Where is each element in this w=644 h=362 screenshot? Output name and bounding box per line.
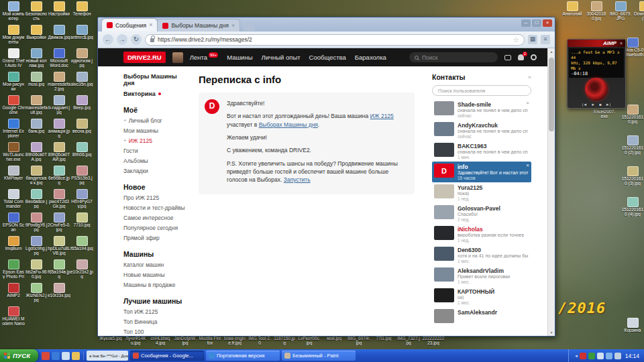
tray-chevron-icon[interactable]: ◂ xyxy=(575,353,578,359)
contact-item[interactable]: DinfoЗдравствуйте! Вот и настал этот15 ч… xyxy=(432,162,531,182)
desktop-icon[interactable]: весна.jpg xyxy=(70,119,93,141)
desktop-icon[interactable]: Корзина xyxy=(621,318,644,341)
ie-quicklaunch-icon[interactable] xyxy=(52,352,60,360)
promote-link[interactable]: Запустить xyxy=(284,176,311,183)
desktop-icon[interactable]: Grand Theft Auto IV xyxy=(2,48,25,71)
nav-item[interactable]: Сообщества xyxy=(309,54,346,61)
desktop-icon[interactable]: aivc35n.jpg xyxy=(70,72,93,95)
desktop-icon[interactable]: Вео6в8се.jpg xyxy=(25,189,48,212)
desktop-icon[interactable]: 1512201610 (3).jpg xyxy=(621,166,644,189)
sidebar-link[interactable]: Популярное сегодня xyxy=(123,225,186,231)
desktop-icon[interactable]: antmrc$.jpg xyxy=(70,25,93,48)
sidebar-link[interactable]: Альбомы xyxy=(123,158,186,164)
network-icon[interactable] xyxy=(606,353,612,359)
messages-bubble-icon[interactable] xyxy=(504,55,511,60)
desktop-icon[interactable]: 89h06cв0ТА.jpg xyxy=(25,142,48,165)
desktop-icon[interactable]: e10r23x2.jpg xyxy=(70,259,93,282)
sidebar-link[interactable]: Топ ИЖ 2125 xyxy=(123,308,186,315)
aimp-deskband[interactable]: a feat Бе-***Gul - Дом xyxy=(87,351,128,361)
volume-icon[interactable] xyxy=(597,353,604,359)
tab-messages[interactable]: Сообщения × xyxy=(102,19,157,32)
sidebar-link[interactable]: Топ Винница xyxy=(123,318,186,325)
desktop-icon[interactable]: maxresdefault.jpg xyxy=(25,95,48,118)
desktop-icon[interactable]: bb2aFu-960.jpg xyxy=(25,259,48,282)
folder-quicklaunch-icon[interactable] xyxy=(72,352,80,360)
page-scrollbar[interactable]: ▲ ▼ xyxy=(547,48,555,336)
desktop-icon[interactable]: KMPlayer xyxy=(2,166,25,188)
contact-item[interactable]: КАРТОННЫЙок)1 мес. xyxy=(432,286,531,307)
taskbar-task[interactable]: Портативная версия xyxy=(206,351,280,361)
sidebar-link[interactable]: Машины в продаже xyxy=(123,282,186,288)
contact-item[interactable]: AndyKravchukсначала не понял в чем дело … xyxy=(432,120,531,141)
sidebar-link[interactable]: +Личный блог xyxy=(123,117,186,124)
desktop-icon[interactable]: 300420180.jpg xyxy=(585,1,608,24)
scroll-track[interactable] xyxy=(548,55,555,329)
usb-icon[interactable] xyxy=(614,353,621,359)
desktop-icon[interactable]: Веер.jpg xyxy=(70,95,93,118)
desktop-icon[interactable]: идиотизм.jpg xyxy=(70,48,93,71)
aimp-close-icon[interactable]: × xyxy=(620,41,623,46)
aimp-control-button[interactable]: ■ xyxy=(599,103,602,107)
taskbar-task[interactable]: Сообщения - Google... xyxy=(130,351,204,361)
scroll-thumb[interactable] xyxy=(549,58,554,131)
sidebar-top-link[interactable]: Выборы Машины дня xyxy=(123,73,186,86)
settings-gear-icon[interactable] xyxy=(531,54,537,60)
desktop-icon[interactable]: EPSON Scan xyxy=(2,213,25,235)
contact-item[interactable]: Yura2125пока)1 нед. xyxy=(432,182,531,203)
contact-item[interactable]: AleksandrVladimПривет возле пироговки1 м… xyxy=(432,265,531,286)
desktop-icon[interactable]: IMG_6679.JPG xyxy=(609,1,632,24)
tab-car-vote[interactable]: Выборы Машины дня × xyxy=(157,19,240,32)
desktop-icon[interactable]: анімація.jpg xyxy=(48,119,70,141)
contact-item[interactable]: SamAleksandr xyxy=(432,307,531,325)
sidebar-link[interactable]: Каталог машин xyxy=(123,261,186,268)
sidebar-link[interactable]: Мои машины xyxy=(123,127,186,134)
desktop-icon[interactable]: Телефон xyxy=(70,1,93,24)
contact-item[interactable]: BAKC1963сначала не понял в чем дело сп1 … xyxy=(432,141,531,162)
desktop-icon[interactable]: Epson Easy Photo Print xyxy=(2,259,25,282)
aimp-titlebar[interactable]: AIMP × xyxy=(568,40,625,47)
taskbar-task[interactable]: Безымянный - Paint xyxy=(282,351,356,361)
contact-item[interactable]: Shade-smileсначала не понял в чем дело с… xyxy=(432,99,531,120)
vote-link[interactable]: Выборах Машины дня xyxy=(259,121,318,128)
desktop-icon[interactable]: Internet Explorer xyxy=(2,119,25,141)
desktop-icon[interactable]: Мои рисунки xyxy=(2,72,25,95)
desktop-icon[interactable]: hpDLu7u8LVB.jpg xyxy=(48,236,70,259)
contact-item[interactable]: iNicholasвироботка разная если точнее1 н… xyxy=(432,224,531,245)
nav-item[interactable]: Личный опыт xyxy=(261,54,300,61)
desktop-icon[interactable]: ЖizNENJ.jpg xyxy=(25,283,48,306)
desktop-icon[interactable]: ImgBurn xyxy=(2,236,25,259)
desktop-icon[interactable]: Google Chrome xyxy=(2,95,25,118)
forward-button[interactable]: → xyxy=(117,34,127,45)
desktop-icon[interactable]: Нбт4PyG7у.jpg xyxy=(70,189,93,212)
tab-close-icon[interactable]: × xyxy=(149,22,152,28)
desktop-icon[interactable]: pwc4T2d3Gk.jpg xyxy=(48,189,70,212)
desktop-icon[interactable]: новый коллаж.jpg xyxy=(25,48,48,71)
maximize-button[interactable]: □ xyxy=(532,19,541,27)
contact-item[interactable]: Golosvan-PavelСпасибо!2 нед. xyxy=(432,203,531,224)
notifications-bell-icon[interactable]: 2 xyxy=(518,54,524,60)
desktop-icon[interactable]: банк.jpg xyxy=(25,119,48,141)
collapse-icon[interactable]: « xyxy=(528,74,531,80)
desktop-icon[interactable]: maxresdefa 2.jpg xyxy=(48,72,70,95)
sidebar-link[interactable]: Прямой эфир xyxy=(123,235,186,241)
sidebar-link[interactable]: Самое интересное xyxy=(123,215,186,221)
sidebar-link[interactable]: Топ 100 xyxy=(123,328,186,335)
desktop-icon[interactable]: b-гидрант.jpg xyxy=(48,95,70,118)
desktop-icon[interactable]: f65a194.jpg xyxy=(70,236,93,259)
close-icon[interactable]: × xyxy=(526,101,529,106)
scroll-up-icon[interactable]: ▲ xyxy=(548,48,555,55)
desktop-icon[interactable]: бандитская к.jpg xyxy=(25,166,48,188)
menu-icon[interactable]: ≡ xyxy=(541,35,550,44)
desktop-icon[interactable]: 1512201610 (2).jpg xyxy=(621,135,644,158)
desktop-icon[interactable]: 7710.jpg xyxy=(70,213,93,235)
nav-item[interactable]: Машины xyxy=(227,54,252,61)
desktop-icon[interactable]: 2CnvFe5-0.jpg xyxy=(48,213,70,235)
desktop-icon[interactable]: f65a194в.jpg xyxy=(48,259,70,282)
desktop-icon[interactable]: Выкройки xyxy=(25,25,48,48)
bookmark-star-icon[interactable]: ☆ xyxy=(513,36,519,44)
aimp-control-button[interactable]: ► xyxy=(591,103,595,107)
sidebar-link[interactable]: Новые машины xyxy=(123,272,186,278)
nav-item[interactable]: Барахолка xyxy=(355,54,386,61)
desktop-icon[interactable]: Движок.jpg xyxy=(48,25,70,48)
desktop-icon[interactable]: 1512201610 (4).jpg xyxy=(621,197,644,220)
